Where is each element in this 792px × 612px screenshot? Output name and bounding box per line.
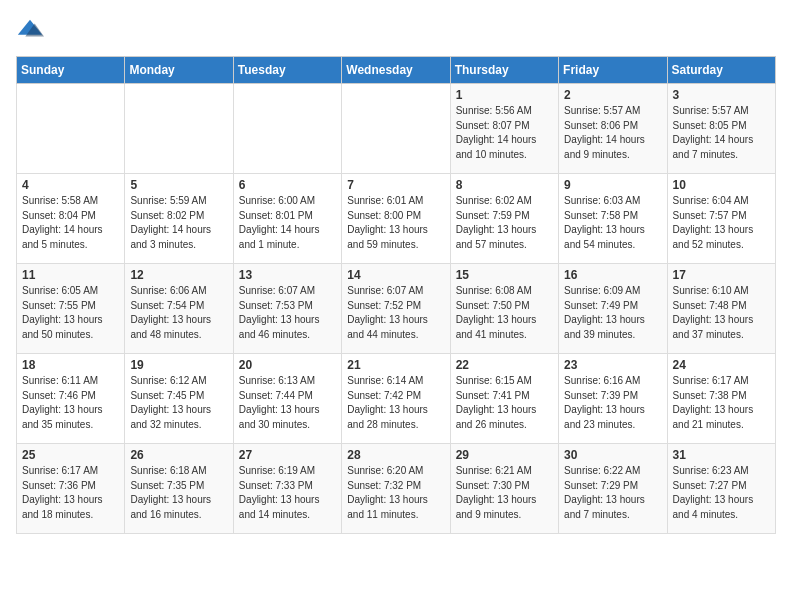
day-info: Sunrise: 6:23 AM Sunset: 7:27 PM Dayligh…: [673, 464, 770, 522]
weekday-header: Friday: [559, 57, 667, 84]
day-number: 23: [564, 358, 661, 372]
day-info: Sunrise: 6:20 AM Sunset: 7:32 PM Dayligh…: [347, 464, 444, 522]
day-number: 31: [673, 448, 770, 462]
weekday-header: Monday: [125, 57, 233, 84]
day-info: Sunrise: 6:08 AM Sunset: 7:50 PM Dayligh…: [456, 284, 553, 342]
day-info: Sunrise: 6:05 AM Sunset: 7:55 PM Dayligh…: [22, 284, 119, 342]
calendar-cell: 31Sunrise: 6:23 AM Sunset: 7:27 PM Dayli…: [667, 444, 775, 534]
day-number: 15: [456, 268, 553, 282]
day-info: Sunrise: 5:58 AM Sunset: 8:04 PM Dayligh…: [22, 194, 119, 252]
calendar-header-row: SundayMondayTuesdayWednesdayThursdayFrid…: [17, 57, 776, 84]
day-number: 4: [22, 178, 119, 192]
day-info: Sunrise: 6:00 AM Sunset: 8:01 PM Dayligh…: [239, 194, 336, 252]
calendar-body: 1Sunrise: 5:56 AM Sunset: 8:07 PM Daylig…: [17, 84, 776, 534]
weekday-header: Tuesday: [233, 57, 341, 84]
day-info: Sunrise: 6:07 AM Sunset: 7:52 PM Dayligh…: [347, 284, 444, 342]
day-number: 14: [347, 268, 444, 282]
calendar-cell: 15Sunrise: 6:08 AM Sunset: 7:50 PM Dayli…: [450, 264, 558, 354]
day-info: Sunrise: 6:18 AM Sunset: 7:35 PM Dayligh…: [130, 464, 227, 522]
calendar-cell: 29Sunrise: 6:21 AM Sunset: 7:30 PM Dayli…: [450, 444, 558, 534]
day-info: Sunrise: 6:06 AM Sunset: 7:54 PM Dayligh…: [130, 284, 227, 342]
calendar-cell: 28Sunrise: 6:20 AM Sunset: 7:32 PM Dayli…: [342, 444, 450, 534]
day-info: Sunrise: 5:56 AM Sunset: 8:07 PM Dayligh…: [456, 104, 553, 162]
calendar-cell: 23Sunrise: 6:16 AM Sunset: 7:39 PM Dayli…: [559, 354, 667, 444]
calendar-cell: 5Sunrise: 5:59 AM Sunset: 8:02 PM Daylig…: [125, 174, 233, 264]
calendar-cell: 4Sunrise: 5:58 AM Sunset: 8:04 PM Daylig…: [17, 174, 125, 264]
day-info: Sunrise: 6:09 AM Sunset: 7:49 PM Dayligh…: [564, 284, 661, 342]
day-number: 20: [239, 358, 336, 372]
calendar-week-row: 4Sunrise: 5:58 AM Sunset: 8:04 PM Daylig…: [17, 174, 776, 264]
day-info: Sunrise: 6:14 AM Sunset: 7:42 PM Dayligh…: [347, 374, 444, 432]
page-header: [16, 16, 776, 44]
day-number: 7: [347, 178, 444, 192]
day-number: 30: [564, 448, 661, 462]
calendar-week-row: 1Sunrise: 5:56 AM Sunset: 8:07 PM Daylig…: [17, 84, 776, 174]
logo: [16, 16, 48, 44]
weekday-header: Sunday: [17, 57, 125, 84]
day-number: 13: [239, 268, 336, 282]
calendar-cell: 22Sunrise: 6:15 AM Sunset: 7:41 PM Dayli…: [450, 354, 558, 444]
calendar-cell: 10Sunrise: 6:04 AM Sunset: 7:57 PM Dayli…: [667, 174, 775, 264]
day-number: 11: [22, 268, 119, 282]
day-number: 3: [673, 88, 770, 102]
calendar-cell: 9Sunrise: 6:03 AM Sunset: 7:58 PM Daylig…: [559, 174, 667, 264]
calendar-cell: 2Sunrise: 5:57 AM Sunset: 8:06 PM Daylig…: [559, 84, 667, 174]
day-info: Sunrise: 6:21 AM Sunset: 7:30 PM Dayligh…: [456, 464, 553, 522]
calendar-cell: 30Sunrise: 6:22 AM Sunset: 7:29 PM Dayli…: [559, 444, 667, 534]
calendar-cell: 11Sunrise: 6:05 AM Sunset: 7:55 PM Dayli…: [17, 264, 125, 354]
calendar-cell: 27Sunrise: 6:19 AM Sunset: 7:33 PM Dayli…: [233, 444, 341, 534]
day-number: 29: [456, 448, 553, 462]
day-number: 5: [130, 178, 227, 192]
day-info: Sunrise: 6:01 AM Sunset: 8:00 PM Dayligh…: [347, 194, 444, 252]
day-number: 2: [564, 88, 661, 102]
calendar-cell: 26Sunrise: 6:18 AM Sunset: 7:35 PM Dayli…: [125, 444, 233, 534]
calendar-cell: 3Sunrise: 5:57 AM Sunset: 8:05 PM Daylig…: [667, 84, 775, 174]
calendar-cell: 21Sunrise: 6:14 AM Sunset: 7:42 PM Dayli…: [342, 354, 450, 444]
day-info: Sunrise: 5:59 AM Sunset: 8:02 PM Dayligh…: [130, 194, 227, 252]
day-number: 6: [239, 178, 336, 192]
calendar-cell: 24Sunrise: 6:17 AM Sunset: 7:38 PM Dayli…: [667, 354, 775, 444]
day-number: 27: [239, 448, 336, 462]
day-info: Sunrise: 6:12 AM Sunset: 7:45 PM Dayligh…: [130, 374, 227, 432]
day-number: 21: [347, 358, 444, 372]
calendar-cell: [125, 84, 233, 174]
weekday-header: Thursday: [450, 57, 558, 84]
day-info: Sunrise: 5:57 AM Sunset: 8:05 PM Dayligh…: [673, 104, 770, 162]
calendar-cell: [233, 84, 341, 174]
day-number: 9: [564, 178, 661, 192]
calendar-cell: 16Sunrise: 6:09 AM Sunset: 7:49 PM Dayli…: [559, 264, 667, 354]
day-number: 17: [673, 268, 770, 282]
calendar-table: SundayMondayTuesdayWednesdayThursdayFrid…: [16, 56, 776, 534]
calendar-cell: [342, 84, 450, 174]
calendar-cell: 8Sunrise: 6:02 AM Sunset: 7:59 PM Daylig…: [450, 174, 558, 264]
calendar-week-row: 25Sunrise: 6:17 AM Sunset: 7:36 PM Dayli…: [17, 444, 776, 534]
weekday-header: Wednesday: [342, 57, 450, 84]
day-info: Sunrise: 6:22 AM Sunset: 7:29 PM Dayligh…: [564, 464, 661, 522]
calendar-cell: 20Sunrise: 6:13 AM Sunset: 7:44 PM Dayli…: [233, 354, 341, 444]
calendar-cell: 19Sunrise: 6:12 AM Sunset: 7:45 PM Dayli…: [125, 354, 233, 444]
day-info: Sunrise: 6:02 AM Sunset: 7:59 PM Dayligh…: [456, 194, 553, 252]
calendar-week-row: 11Sunrise: 6:05 AM Sunset: 7:55 PM Dayli…: [17, 264, 776, 354]
calendar-cell: 14Sunrise: 6:07 AM Sunset: 7:52 PM Dayli…: [342, 264, 450, 354]
day-number: 25: [22, 448, 119, 462]
day-number: 12: [130, 268, 227, 282]
day-info: Sunrise: 5:57 AM Sunset: 8:06 PM Dayligh…: [564, 104, 661, 162]
calendar-cell: [17, 84, 125, 174]
calendar-cell: 25Sunrise: 6:17 AM Sunset: 7:36 PM Dayli…: [17, 444, 125, 534]
day-number: 22: [456, 358, 553, 372]
calendar-cell: 6Sunrise: 6:00 AM Sunset: 8:01 PM Daylig…: [233, 174, 341, 264]
weekday-header: Saturday: [667, 57, 775, 84]
day-info: Sunrise: 6:03 AM Sunset: 7:58 PM Dayligh…: [564, 194, 661, 252]
day-number: 26: [130, 448, 227, 462]
day-info: Sunrise: 6:13 AM Sunset: 7:44 PM Dayligh…: [239, 374, 336, 432]
calendar-cell: 7Sunrise: 6:01 AM Sunset: 8:00 PM Daylig…: [342, 174, 450, 264]
calendar-cell: 13Sunrise: 6:07 AM Sunset: 7:53 PM Dayli…: [233, 264, 341, 354]
day-info: Sunrise: 6:16 AM Sunset: 7:39 PM Dayligh…: [564, 374, 661, 432]
day-info: Sunrise: 6:04 AM Sunset: 7:57 PM Dayligh…: [673, 194, 770, 252]
day-number: 18: [22, 358, 119, 372]
calendar-cell: 17Sunrise: 6:10 AM Sunset: 7:48 PM Dayli…: [667, 264, 775, 354]
day-info: Sunrise: 6:17 AM Sunset: 7:38 PM Dayligh…: [673, 374, 770, 432]
logo-icon: [16, 16, 44, 44]
day-number: 16: [564, 268, 661, 282]
calendar-cell: 1Sunrise: 5:56 AM Sunset: 8:07 PM Daylig…: [450, 84, 558, 174]
